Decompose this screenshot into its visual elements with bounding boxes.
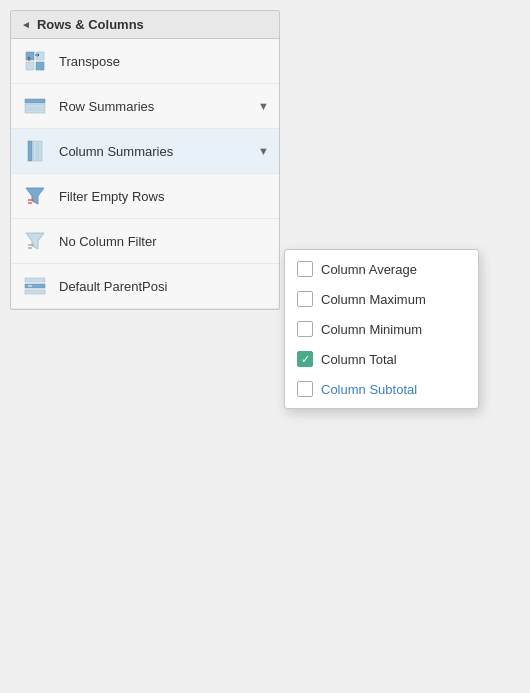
- svg-rect-7: [28, 141, 32, 161]
- svg-rect-9: [38, 141, 42, 161]
- svg-rect-2: [26, 62, 34, 70]
- menu-item-no-column-filter[interactable]: No Column Filter: [11, 219, 279, 264]
- menu-item-default-parent-pos[interactable]: Default ParentPosi: [11, 264, 279, 309]
- column-maximum-checkbox[interactable]: [297, 291, 313, 307]
- dropdown-item-column-average[interactable]: Column Average: [285, 254, 478, 284]
- svg-rect-6: [25, 109, 45, 113]
- checkmark-icon: ✓: [301, 354, 310, 365]
- column-maximum-label: Column Maximum: [321, 292, 426, 307]
- menu-item-column-summaries[interactable]: Column Summaries ▼ Column Average Column…: [11, 129, 279, 174]
- menu-item-transpose[interactable]: Transpose: [11, 39, 279, 84]
- column-total-checkbox[interactable]: ✓: [297, 351, 313, 367]
- rows-columns-panel: ◄ Rows & Columns Transpose Row Summarie: [10, 10, 280, 310]
- no-column-filter-label: No Column Filter: [59, 234, 269, 249]
- row-summaries-arrow-icon: ▼: [258, 100, 269, 112]
- dropdown-item-column-total[interactable]: ✓ Column Total: [285, 344, 478, 374]
- column-total-label: Column Total: [321, 352, 397, 367]
- panel-title: Rows & Columns: [37, 17, 144, 32]
- dropdown-item-column-maximum[interactable]: Column Maximum: [285, 284, 478, 314]
- svg-marker-13: [26, 233, 44, 249]
- menu-item-row-summaries[interactable]: Row Summaries ▼: [11, 84, 279, 129]
- no-column-filter-icon: [21, 227, 49, 255]
- column-minimum-checkbox[interactable]: [297, 321, 313, 337]
- column-summaries-arrow-icon: ▼: [258, 145, 269, 157]
- column-subtotal-label: Column Subtotal: [321, 382, 417, 397]
- panel-header: ◄ Rows & Columns: [11, 11, 279, 39]
- svg-rect-1: [36, 52, 44, 60]
- default-parent-pos-label: Default ParentPosi: [59, 279, 269, 294]
- dropdown-item-column-subtotal[interactable]: Column Subtotal: [285, 374, 478, 404]
- filter-empty-rows-icon: [21, 182, 49, 210]
- transpose-label: Transpose: [59, 54, 269, 69]
- filter-empty-rows-label: Filter Empty Rows: [59, 189, 269, 204]
- svg-rect-18: [25, 290, 45, 294]
- svg-rect-16: [25, 278, 45, 282]
- menu-item-filter-empty-rows[interactable]: Filter Empty Rows: [11, 174, 279, 219]
- column-minimum-label: Column Minimum: [321, 322, 422, 337]
- default-parent-pos-icon: [21, 272, 49, 300]
- row-summaries-label: Row Summaries: [59, 99, 248, 114]
- column-subtotal-checkbox[interactable]: [297, 381, 313, 397]
- svg-rect-5: [25, 104, 45, 108]
- collapse-arrow-icon[interactable]: ◄: [21, 19, 31, 30]
- svg-rect-4: [25, 99, 45, 103]
- svg-rect-8: [33, 141, 37, 161]
- svg-rect-0: [26, 52, 34, 60]
- svg-rect-3: [36, 62, 44, 70]
- column-average-label: Column Average: [321, 262, 417, 277]
- transpose-icon: [21, 47, 49, 75]
- svg-marker-10: [26, 188, 44, 204]
- column-summaries-label: Column Summaries: [59, 144, 248, 159]
- column-average-checkbox[interactable]: [297, 261, 313, 277]
- dropdown-item-column-minimum[interactable]: Column Minimum: [285, 314, 478, 344]
- column-summaries-icon: [21, 137, 49, 165]
- row-summaries-icon: [21, 92, 49, 120]
- column-summaries-dropdown: Column Average Column Maximum Column Min…: [284, 249, 479, 409]
